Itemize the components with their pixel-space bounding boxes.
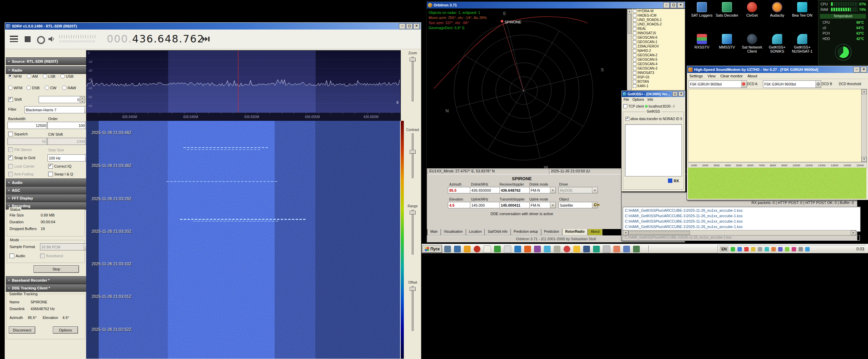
menu-settings[interactable]: Settings — [689, 74, 703, 78]
menu-about[interactable]: About — [747, 74, 757, 78]
tray-icon-1[interactable] — [731, 247, 735, 251]
stop-recording-button[interactable]: Stop — [34, 265, 79, 273]
scroll-down-arrow[interactable]: ▼ — [862, 157, 867, 162]
swap-iq-checkbox[interactable] — [48, 172, 53, 176]
driver-select[interactable]: MyDDE — [558, 187, 598, 193]
language-indicator[interactable]: EN — [720, 247, 728, 251]
modem-a-select[interactable]: FSK G3RUH 9600bd — [689, 80, 747, 88]
desktop-icon-bea-tee-on[interactable]: Bea Tee ON — [790, 2, 814, 17]
tray-icon-11[interactable] — [798, 247, 803, 251]
key-icon[interactable] — [594, 202, 600, 207]
radio-dsb[interactable] — [26, 86, 31, 90]
satellite-checkbox[interactable] — [633, 80, 636, 83]
tray-icon-7[interactable] — [771, 247, 776, 251]
quicklaunch-icon-17[interactable] — [603, 245, 610, 253]
radio-usb[interactable] — [60, 74, 65, 78]
radio-raw[interactable] — [62, 86, 66, 90]
fft-section-header[interactable]: ▸FFT Display — [6, 194, 91, 202]
quicklaunch-icon-3[interactable] — [464, 246, 471, 252]
taskbar-clock[interactable]: 0:03 — [856, 247, 864, 251]
squelch-input[interactable]: 55 — [7, 138, 52, 145]
satellite-checkbox[interactable] — [633, 31, 636, 35]
record-baseband-checkbox[interactable] — [40, 253, 45, 258]
azimuth-value[interactable]: 85.5 — [448, 187, 471, 193]
receive-doppler-value[interactable]: 436.648762 — [499, 187, 531, 193]
offset-slider[interactable]: Offset — [405, 281, 420, 331]
maximize-button[interactable]: ▢ — [672, 92, 678, 96]
satellite-checkbox[interactable] — [633, 58, 636, 61]
desktop-icon-sat-network-client[interactable]: Sat Network Client — [740, 34, 764, 53]
orbitron-titlebar[interactable]: Orbitron 3.71 – ▢ ✕ — [427, 2, 685, 8]
quicklaunch-icon-11[interactable] — [544, 246, 551, 252]
quicklaunch-icon-7[interactable] — [504, 245, 511, 253]
tcp-client-checkbox[interactable] — [623, 104, 627, 108]
close-button[interactable]: ✕ — [678, 92, 684, 96]
transmit-doppler-value[interactable]: 145.000411 — [499, 202, 531, 208]
desktop-icon-sats-decoder[interactable]: Sats Decoder — [715, 2, 739, 17]
snap-grid-checkbox[interactable] — [8, 155, 13, 160]
desktop-icon-mmsstv[interactable]: MMSSTV — [715, 34, 739, 49]
audio-section-header[interactable]: ▸Audio — [6, 178, 91, 186]
dde-tracking-client-header[interactable]: ▸DDE Tracking Client * — [6, 284, 91, 292]
mode-label-am[interactable]: AM — [32, 74, 38, 78]
quicklaunch-icon-16[interactable] — [593, 246, 600, 252]
tray-icon-12[interactable] — [805, 247, 810, 251]
minimize-button[interactable]: – — [853, 67, 860, 73]
quicklaunch-icon-6[interactable] — [494, 246, 501, 252]
radio-nfm[interactable] — [8, 74, 13, 78]
quicklaunch-icon-4[interactable] — [474, 246, 480, 252]
elevation-value[interactable]: 4.5 — [448, 202, 471, 208]
bandwidth-input[interactable]: 12500 — [7, 122, 52, 129]
tab-prediction[interactable]: Prediction — [541, 229, 562, 235]
minimize-button[interactable]: – — [663, 2, 670, 8]
desktop-icon-civget[interactable]: CivGet — [740, 2, 764, 17]
satellite-checkbox[interactable] — [633, 67, 636, 70]
satellite-row[interactable]: KARI-1 — [632, 84, 685, 88]
mode-label-nfm[interactable]: NFM — [14, 74, 22, 78]
shift-checkbox[interactable] — [8, 97, 13, 102]
tray-icon-6[interactable] — [765, 247, 769, 251]
tab-location[interactable]: Location — [466, 229, 485, 235]
tab-main[interactable]: Main — [427, 229, 441, 235]
satellite-checkbox[interactable] — [633, 71, 636, 75]
options-button[interactable]: Options — [53, 326, 78, 334]
squelch-checkbox[interactable] — [8, 132, 13, 136]
mode-label-lsb[interactable]: LSB — [48, 74, 55, 78]
scroll-right-arrow[interactable]: ► — [851, 230, 856, 235]
contrast-slider[interactable]: Contrast — [405, 128, 420, 178]
spectrum-display[interactable]: 0 -10 -20 -30 -40 -50 -60 8 — [86, 50, 401, 113]
quicklaunch-icon-15[interactable] — [583, 246, 590, 252]
quicklaunch-icon-13[interactable] — [564, 246, 570, 252]
quicklaunch-icon-1[interactable] — [444, 246, 451, 252]
log-horizontal-scrollbar[interactable]: ◄ ► — [623, 230, 856, 235]
stop-icon[interactable] — [25, 36, 31, 42]
satellite-row[interactable]: 239ALFEROV — [632, 44, 685, 49]
scroll-up-arrow[interactable]: ▲ — [862, 89, 867, 94]
tab-rotor-radio[interactable]: Rotor/Radio — [562, 229, 588, 235]
tray-icon-5[interactable] — [758, 247, 762, 251]
menu-file[interactable]: File — [624, 98, 629, 101]
soundmodem-titlebar[interactable]: High-Speed SoundModem by UZ7HO - Ver 0.2… — [687, 66, 868, 73]
radio-wfm[interactable] — [8, 86, 13, 90]
lock-carrier-checkbox[interactable] — [8, 164, 13, 169]
modem-b-select[interactable]: FSK G3RUH 9600bd — [763, 80, 821, 88]
quicklaunch-icon-12[interactable] — [554, 246, 560, 252]
tray-icon-4[interactable] — [751, 247, 755, 251]
filter-select[interactable]: Blackman-Harris 7 — [24, 106, 90, 113]
close-button[interactable]: ✕ — [861, 67, 867, 73]
tray-icon-8[interactable] — [778, 247, 783, 251]
mode-label-cw[interactable]: CW — [50, 86, 56, 90]
desktop-icon-rxsstv[interactable]: RXSSTV — [690, 34, 714, 49]
satellite-row[interactable]: GEOSCAN-5 — [632, 57, 685, 62]
agc-section-header[interactable]: ▸AGC — [6, 186, 91, 194]
satellite-checkbox[interactable] — [633, 75, 636, 79]
satellite-checkbox[interactable] — [633, 40, 636, 44]
zoom-slider-thumb[interactable] — [410, 58, 416, 61]
satellite-row[interactable]: GEOSCAN-2 — [632, 53, 685, 57]
dcd-threshold-label[interactable]: DCD threshold — [839, 82, 861, 86]
start-button[interactable]: Пуск — [422, 245, 442, 253]
satellite-checkbox[interactable] — [633, 22, 636, 26]
quicklaunch-icon-8[interactable] — [514, 246, 521, 252]
satellite-row[interactable]: GEOSCAN-3 — [632, 66, 685, 71]
close-button[interactable]: ✕ — [677, 2, 684, 8]
